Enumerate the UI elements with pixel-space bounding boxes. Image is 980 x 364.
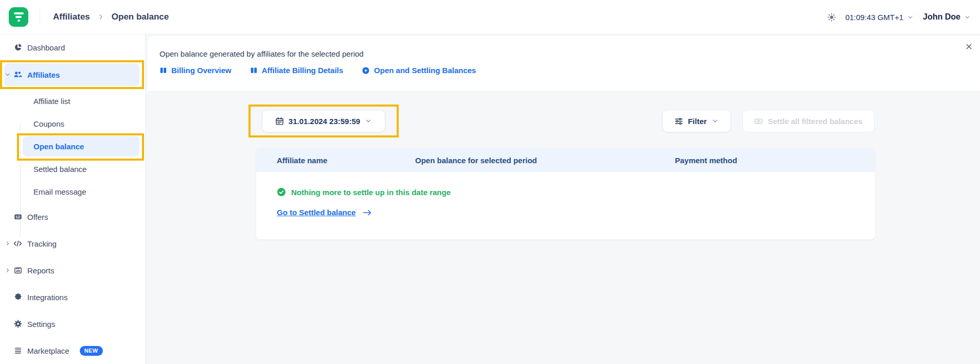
gear-icon (13, 320, 22, 328)
sidebar: Dashboard Affiliates Affiliate list Coup… (0, 34, 146, 364)
calendar-icon (275, 117, 284, 126)
sidebar-item-settings[interactable]: Settings (4, 313, 139, 335)
settle-all-filtered-balances-button: Settle all filtered balances (742, 110, 875, 132)
chevron-down-icon (365, 117, 372, 125)
link-label: Affiliate Billing Details (262, 66, 343, 75)
app-logo-icon[interactable] (9, 7, 28, 27)
chevron-right-icon[interactable] (5, 267, 11, 273)
breadcrumb: Affiliates Open balance (53, 12, 169, 22)
date-range-value: 31.01.2024 23:59:59 (289, 117, 360, 126)
check-circle-icon (277, 187, 286, 197)
stacked-lines-icon (13, 346, 22, 355)
chevron-right-icon[interactable] (5, 240, 11, 247)
chevron-down-icon[interactable] (5, 72, 11, 78)
sub-item-label: Affiliate list (33, 97, 70, 106)
sidebar-item-coupons[interactable]: Coupons (23, 113, 139, 134)
breadcrumb-section[interactable]: Affiliates (53, 12, 90, 22)
sidebar-item-label: Marketplace (27, 346, 69, 355)
settle-label: Settle all filtered balances (768, 117, 862, 126)
banner-description: Open balance generated by affiliates for… (159, 49, 364, 58)
people-icon (13, 71, 22, 79)
sidebar-item-affiliate-list[interactable]: Affiliate list (23, 91, 139, 111)
sidebar-item-label: Offers (27, 213, 48, 221)
sidebar-item-offers[interactable]: Offers (4, 205, 139, 228)
user-name: John Doe (923, 12, 960, 22)
arrow-right-icon (363, 209, 372, 216)
go-to-settled-balance-link[interactable]: Go to Settled balance (277, 208, 355, 217)
empty-state: Nothing more to settle up in this date r… (256, 172, 875, 217)
banknote-icon (754, 117, 763, 126)
link-label: Open and Settling Balances (374, 66, 476, 75)
chevron-right-icon (97, 13, 104, 21)
link-open-and-settling-balances[interactable]: Open and Settling Balances (362, 66, 476, 75)
empty-state-message-row: Nothing more to settle up in this date r… (277, 187, 854, 197)
sidebar-item-open-balance[interactable]: Open balance (23, 136, 139, 157)
sidebar-item-marketplace[interactable]: Marketplace NEW (4, 339, 139, 362)
sidebar-item-label: Reports (27, 266, 55, 275)
sidebar-item-label: Dashboard (27, 43, 65, 52)
chevron-down-icon (964, 14, 971, 21)
clock-text: 01:09:43 GMT+1 (845, 13, 903, 22)
column-header-payment-method: Payment method (675, 156, 875, 165)
sidebar-item-label: Settings (27, 320, 55, 328)
book-icon (250, 66, 258, 74)
app-window: Affiliates Open balance 01:09:43 GMT+1 (0, 0, 980, 364)
filter-button[interactable]: Filter (662, 110, 731, 132)
bar-chart-icon (13, 266, 22, 274)
sidebar-item-tracking[interactable]: Tracking (4, 232, 139, 255)
sun-icon (827, 13, 836, 22)
link-billing-overview[interactable]: Billing Overview (159, 66, 231, 75)
sidebar-item-email-message[interactable]: Email message (23, 181, 139, 202)
sidebar-item-affiliates[interactable]: Affiliates (4, 63, 139, 86)
link-affiliate-billing-details[interactable]: Affiliate Billing Details (250, 66, 343, 75)
column-header-affiliate-name: Affiliate name (277, 156, 415, 165)
topbar-right-cluster: 01:09:43 GMT+1 John Doe (827, 12, 971, 22)
main-content: Open balance generated by affiliates for… (146, 34, 980, 364)
pie-chart-icon (13, 43, 22, 51)
breadcrumb-page: Open balance (112, 12, 169, 22)
close-icon[interactable] (961, 39, 976, 54)
chevron-down-icon (711, 117, 719, 125)
topbar-divider (40, 9, 40, 25)
sidebar-item-integrations[interactable]: Integrations (4, 286, 139, 308)
link-label: Billing Overview (171, 66, 231, 75)
banner-links: Billing Overview Affiliate Billing Detai… (159, 66, 476, 75)
sub-item-label: Coupons (33, 119, 64, 128)
sidebar-item-label: Tracking (27, 239, 57, 248)
book-icon (159, 66, 167, 74)
sub-item-label: Settled balance (33, 165, 86, 174)
sub-item-label: Email message (33, 187, 86, 196)
new-badge: NEW (80, 346, 103, 356)
sidebar-item-reports[interactable]: Reports (4, 259, 139, 282)
table-header-row: Affiliate name Open balance for selected… (256, 148, 875, 172)
balances-table: Affiliate name Open balance for selected… (256, 148, 875, 239)
code-icon (13, 239, 22, 248)
top-bar: Affiliates Open balance 01:09:43 GMT+1 (0, 0, 980, 34)
column-header-open-balance: Open balance for selected period (415, 156, 675, 165)
date-range-picker[interactable]: 31.01.2024 23:59:59 (262, 110, 385, 132)
puzzle-icon (13, 293, 22, 301)
theme-toggle-button[interactable] (827, 13, 836, 22)
info-banner: Open balance generated by affiliates for… (148, 36, 980, 91)
chevron-down-icon (907, 14, 914, 21)
timezone-selector[interactable]: 01:09:43 GMT+1 (845, 13, 914, 22)
sidebar-item-dashboard[interactable]: Dashboard (4, 36, 139, 59)
play-circle-icon (362, 66, 370, 75)
sidebar-item-label: Affiliates (27, 71, 60, 79)
empty-state-link-row: Go to Settled balance (277, 208, 854, 217)
sidebar-item-settled-balance[interactable]: Settled balance (23, 159, 139, 179)
sidebar-item-label: Integrations (27, 293, 67, 302)
user-menu[interactable]: John Doe (923, 12, 971, 22)
filter-label: Filter (688, 117, 707, 126)
annotation-box-date: 31.01.2024 23:59:59 (248, 105, 399, 137)
offers-card-icon (13, 213, 22, 221)
sub-item-label: Open balance (33, 142, 84, 151)
empty-state-message: Nothing more to settle up in this date r… (291, 188, 451, 197)
sliders-icon (674, 117, 683, 126)
